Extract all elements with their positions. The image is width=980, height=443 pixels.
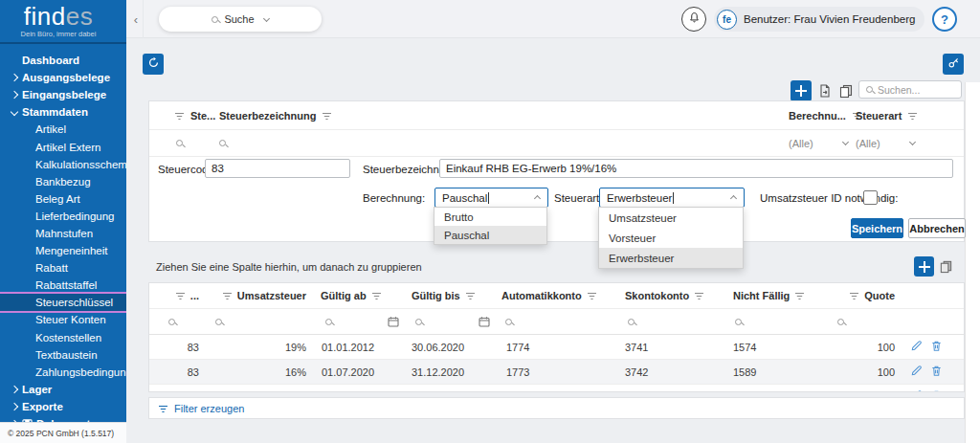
filter-cell[interactable] <box>149 309 207 334</box>
edit-row-button[interactable] <box>910 364 923 381</box>
table-row[interactable]: 83 19% 01.01.2021 31.12.2022 1774 3741 1… <box>149 385 964 392</box>
column-chooser-button-lower[interactable] <box>939 259 953 277</box>
sidebar-collapse-button[interactable]: ‹ <box>129 10 143 29</box>
column-header-steuercode[interactable]: Ste... <box>174 101 215 129</box>
search-icon <box>735 319 742 325</box>
sidebar-item-lieferbedingung[interactable]: Lieferbedingung <box>0 208 126 225</box>
dropdown-option-brutto[interactable]: Brutto <box>434 208 546 226</box>
column-header-code[interactable]: ... <box>149 283 207 308</box>
steuerart-combobox[interactable]: Erwerbsteuer <box>599 188 745 208</box>
notifications-button[interactable] <box>681 7 706 32</box>
delete-row-button[interactable] <box>930 339 943 356</box>
sidebar: findes Dein Büro, immer dabei Dashboard … <box>0 0 126 443</box>
sidebar-item-mengeneinheit[interactable]: Mengeneinheit <box>0 242 126 259</box>
sidebar-item-ausgangsbelege[interactable]: Ausgangsbelege <box>0 69 126 86</box>
edit-row-button[interactable] <box>910 339 923 356</box>
refresh-button[interactable] <box>143 54 164 75</box>
steuercode-field[interactable] <box>205 159 350 178</box>
filter-cell[interactable] <box>835 309 901 334</box>
global-search-input[interactable]: Suche <box>159 7 322 32</box>
dropdown-option-erwerbsteuer[interactable]: Erwerbsteuer <box>599 248 743 268</box>
filter-icon <box>158 400 168 417</box>
sidebar-item-kalkulationsschema[interactable]: Kalkulationsschema <box>0 156 126 173</box>
column-header-automatikkonto[interactable]: Automatikkonto <box>494 283 618 308</box>
grid-search-box[interactable] <box>858 80 962 99</box>
sidebar-item-artikel[interactable]: Artikel <box>0 121 126 138</box>
filter-select-berechnung[interactable]: (Alle) <box>789 130 848 156</box>
help-button[interactable]: ? <box>932 7 957 32</box>
sidebar-item-stammdaten[interactable]: Stammdaten <box>0 103 126 121</box>
create-filter-link[interactable]: Filter erzeugen <box>148 397 965 419</box>
topbar: ‹ Suche fe Benutzer: Frau Vivien Freuden… <box>126 0 980 38</box>
column-header-skontokonto[interactable]: Skontokonto <box>618 283 726 308</box>
export-button[interactable] <box>817 83 833 102</box>
column-header-steuerbezeichnung[interactable]: Steuerbezeichnung <box>219 101 332 129</box>
column-header-quote[interactable]: Quote <box>835 283 901 308</box>
table-row[interactable]: 83 16% 01.07.2020 31.12.2020 1773 3742 1… <box>149 360 964 385</box>
sidebar-item-rabattstaffel[interactable]: Rabattstaffel <box>0 277 126 294</box>
filter-cell-steuercode[interactable] <box>176 130 183 156</box>
sidebar-item-dashboard[interactable]: Dashboard <box>0 52 126 69</box>
filter-cell-steuerbezeichnung[interactable] <box>219 130 226 156</box>
add-record-button[interactable] <box>791 80 812 101</box>
delete-row-button[interactable] <box>930 388 943 393</box>
sidebar-item-bankbezug[interactable]: Bankbezug <box>0 173 126 190</box>
app-logo[interactable]: findes Dein Büro, immer dabei <box>0 0 126 44</box>
sidebar-item-exporte[interactable]: Exporte <box>0 398 126 415</box>
search-icon <box>219 140 226 146</box>
filter-cell-date[interactable] <box>403 309 494 334</box>
chevron-down-icon <box>842 139 849 145</box>
sidebar-item-beleg-art[interactable]: Beleg Art <box>0 190 126 208</box>
filter-cell[interactable] <box>494 309 618 334</box>
app-window: findes Dein Büro, immer dabei Dashboard … <box>0 0 980 443</box>
sidebar-item-mahnstufen[interactable]: Mahnstufen <box>0 225 126 242</box>
filter-cell-date[interactable] <box>314 309 403 334</box>
cell-nicht-faellig: 1589 <box>726 360 835 384</box>
dropdown-option-vorsteuer[interactable]: Vorsteuer <box>599 228 743 248</box>
sidebar-item-zahlungsbedingung[interactable]: Zahlungsbedingung <box>0 364 126 381</box>
calendar-icon[interactable] <box>479 316 490 327</box>
cell-gueltig-bis: 31.12.2020 <box>403 360 494 384</box>
column-header-berechnung[interactable]: Berechnu... <box>789 101 862 129</box>
delete-row-button[interactable] <box>930 364 943 381</box>
sidebar-item-rabatt[interactable]: Rabatt <box>0 259 126 277</box>
calendar-icon[interactable] <box>388 316 399 327</box>
cell-nicht-faellig: 1574 <box>726 385 835 392</box>
sidebar-item-eingangsbelege[interactable]: Eingangsbelege <box>0 86 126 103</box>
column-chooser-button[interactable] <box>838 83 854 102</box>
sidebar-nav: Dashboard Ausgangsbelege Eingangsbelege … <box>0 44 126 432</box>
filter-cell[interactable] <box>726 309 835 334</box>
permissions-button[interactable] <box>943 54 964 75</box>
steuerbezeichnung-field[interactable] <box>439 159 953 178</box>
dropdown-option-pauschal[interactable]: Pauschal <box>434 226 546 244</box>
sidebar-item-steuer-konten[interactable]: Steuer Konten <box>0 311 126 328</box>
filter-cell[interactable] <box>207 309 314 334</box>
dropdown-option-umsatzsteuer[interactable]: Umsatzsteuer <box>599 208 743 228</box>
sidebar-item-lager[interactable]: Lager <box>0 381 126 398</box>
sidebar-item-steuerschluessel[interactable]: Steuerschlüssel <box>0 294 126 311</box>
filter-select-steuerart[interactable]: (Alle) <box>856 130 915 156</box>
column-header-umsatzsteuer[interactable]: Umsatzsteuer <box>207 283 314 308</box>
column-header-gueltig-ab[interactable]: Gültig ab <box>314 283 403 308</box>
sidebar-item-textbaustein[interactable]: Textbaustein <box>0 346 126 364</box>
grid-search-input[interactable] <box>878 84 949 96</box>
filter-icon <box>322 107 332 124</box>
cell-umsatzsteuer: 16% <box>207 360 314 384</box>
add-row-button[interactable] <box>914 256 934 277</box>
cancel-button[interactable]: Abbrechen <box>908 218 966 238</box>
question-mark-icon: ? <box>941 12 948 27</box>
logo-text: findes <box>0 4 117 29</box>
save-button[interactable]: Speichern <box>851 218 903 238</box>
ust-id-checkbox[interactable] <box>863 190 878 205</box>
sidebar-item-artikel-extern[interactable]: Artikel Extern <box>0 138 126 155</box>
berechnung-combobox[interactable]: Pauschal <box>434 188 548 208</box>
table-row[interactable]: 83 19% 01.01.2012 30.06.2020 1774 3741 1… <box>149 335 964 360</box>
column-header-gueltig-bis[interactable]: Gültig bis <box>403 283 494 308</box>
group-panel-hint[interactable]: Ziehen Sie eine Spalte hierhin, um danac… <box>156 261 422 273</box>
filter-cell[interactable] <box>618 309 726 334</box>
sidebar-item-kostenstellen[interactable]: Kostenstellen <box>0 329 126 346</box>
edit-row-button[interactable] <box>910 388 923 393</box>
column-header-nicht-faellig[interactable]: Nicht Fällig <box>726 283 835 308</box>
column-header-steuerart[interactable]: Steuerart <box>856 101 918 129</box>
user-menu[interactable]: fe Benutzer: Frau Vivien Freudenberg <box>714 7 924 32</box>
